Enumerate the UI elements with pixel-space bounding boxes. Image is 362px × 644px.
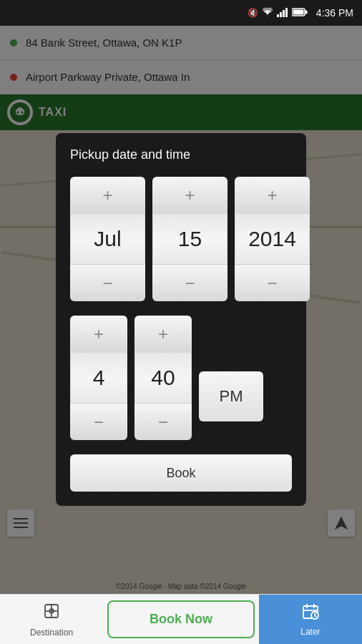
book-now-button[interactable]: Book Now [107,600,255,638]
svg-rect-0 [277,14,279,17]
signal-icon [277,7,288,19]
later-tab[interactable]: Later [259,595,362,644]
bottom-navigation: Destination Book Now Later [0,594,362,644]
book-button[interactable]: Book [70,454,292,492]
time-spinners: + 4 − + 40 − PM [70,316,292,440]
battery-icon [292,8,308,19]
hour-increment-button[interactable]: + [70,316,127,353]
status-bar: 🔇 4:36 P [0,0,362,26]
date-spinners: + Jul − + 15 − + 2014 − [70,177,292,301]
modal-title: Pickup date and time [70,147,292,162]
hour-spinner: + 4 − [70,316,127,440]
month-decrement-button[interactable]: − [70,264,145,301]
wifi-icon [262,7,273,19]
day-value: 15 [152,214,228,264]
svg-rect-3 [285,8,288,17]
svg-rect-6 [305,10,307,14]
book-now-label: Book Now [150,612,212,627]
minute-decrement-button[interactable]: − [134,403,192,440]
minute-increment-button[interactable]: + [134,316,192,353]
year-spinner: + 2014 − [235,177,310,301]
day-decrement-button[interactable]: − [152,264,228,301]
svg-rect-5 [293,9,303,14]
later-label: Later [300,627,320,637]
modal-overlay: Pickup date and time + Jul − + 15 − + [0,26,362,594]
month-value: Jul [70,214,145,264]
destination-label: Destination [30,628,73,638]
map-background: 84 Bank Street, Ottawa, ON K1P Airport P… [0,26,362,594]
status-time: 4:36 PM [316,7,353,19]
year-decrement-button[interactable]: − [235,264,310,301]
hour-decrement-button[interactable]: − [70,403,127,440]
day-increment-button[interactable]: + [152,177,228,214]
mute-icon: 🔇 [248,8,258,18]
month-spinner: + Jul − [70,177,145,301]
datetime-picker-modal: Pickup date and time + Jul − + 15 − + [56,133,306,506]
svg-rect-1 [280,12,282,17]
month-increment-button[interactable]: + [70,177,145,214]
hour-value: 4 [70,353,127,403]
later-icon [301,602,320,624]
svg-rect-2 [283,10,285,17]
minute-value: 40 [134,353,192,403]
destination-tab[interactable]: Destination [0,595,103,644]
day-spinner: + 15 − [152,177,228,301]
ampm-toggle-button[interactable]: PM [199,371,263,421]
year-value: 2014 [235,214,310,264]
destination-icon [42,602,61,625]
status-icons: 🔇 [248,7,308,19]
year-increment-button[interactable]: + [235,177,310,214]
minute-spinner: + 40 − [134,316,192,440]
